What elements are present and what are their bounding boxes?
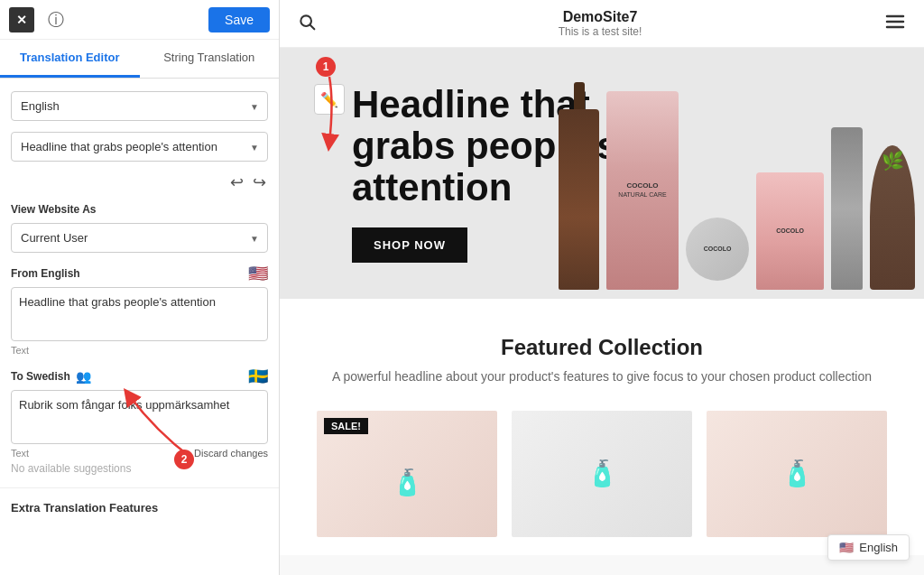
- featured-section: Featured Collection A powerful headline …: [280, 299, 924, 555]
- from-english-label: From English: [11, 267, 80, 280]
- extra-translation-features-section: Extra Translation Features: [0, 487, 279, 531]
- site-tagline: This is a test site!: [316, 25, 884, 38]
- redo-button[interactable]: ↪: [253, 172, 266, 192]
- english-language-badge[interactable]: 🇺🇸 English: [827, 534, 910, 561]
- product-card-2: 🧴: [512, 411, 692, 537]
- view-as-select-wrapper: Current User Admin Guest: [11, 223, 268, 253]
- below-textarea: Text Discard changes: [11, 448, 268, 459]
- product-grid: SALE! 🧴 🧴 🧴: [298, 411, 906, 537]
- tab-string-translation[interactable]: String Translation: [140, 40, 280, 78]
- view-website-as-section: View Website As Current User Admin Guest: [11, 203, 268, 253]
- language-select-wrapper: English Swedish French German Spanish: [11, 91, 268, 121]
- sale-badge-1: SALE!: [324, 418, 368, 434]
- featured-title: Featured Collection: [298, 335, 906, 360]
- discard-changes-link[interactable]: Discard changes: [194, 448, 268, 459]
- shop-now-button[interactable]: SHOP NOW: [352, 227, 467, 263]
- from-english-textarea[interactable]: Headline that grabs people's attention: [11, 287, 268, 341]
- people-icon: 👥: [76, 369, 91, 384]
- right-panel: DemoSite7 This is a test site! 1: [280, 0, 924, 575]
- to-swedish-label: To Swedish: [11, 370, 70, 383]
- close-button[interactable]: ✕: [9, 7, 34, 32]
- product-bottle-4: [831, 127, 863, 290]
- product-card-1: SALE! 🧴: [317, 411, 497, 537]
- english-flag: 🇺🇸: [248, 264, 268, 283]
- hero-products: COCOLONATURAL CARE COCOLO COCOLO 🌿: [569, 48, 924, 299]
- panel-content: English Swedish French German Spanish He…: [0, 79, 279, 487]
- product-card-3: 🧴: [707, 411, 887, 537]
- view-as-label: View Website As: [11, 203, 268, 216]
- save-button[interactable]: Save: [208, 7, 270, 32]
- to-swedish-header: To Swedish 👥 🇸🇪: [11, 366, 268, 386]
- to-swedish-section: To Swedish 👥 🇸🇪 Rubrik som fångar folks …: [11, 366, 268, 475]
- site-header: DemoSite7 This is a test site!: [280, 0, 924, 48]
- language-select[interactable]: English Swedish French German Spanish: [11, 91, 268, 121]
- suggestions-label: No available suggestions: [11, 462, 268, 475]
- top-bar: ✕ ⓘ Save: [0, 0, 279, 40]
- edit-pencil-button[interactable]: ✏️: [314, 84, 345, 115]
- info-button[interactable]: ⓘ: [43, 7, 69, 32]
- english-badge-label: English: [859, 541, 898, 554]
- product-bottle-2: COCOLONATURAL CARE: [606, 91, 679, 290]
- svg-line-1: [310, 24, 315, 29]
- from-field-type: Text: [11, 345, 268, 356]
- string-select-wrapper: Headline that grabs people's attention S…: [11, 132, 268, 162]
- dried-flowers: 🌿: [870, 145, 915, 290]
- to-field-type: Text: [11, 448, 29, 459]
- annotation-badge-1: 1: [316, 57, 336, 77]
- site-title-block: DemoSite7 This is a test site!: [316, 9, 884, 38]
- hero-section: 1 ✏️ Headline that grabs people's attent…: [280, 48, 924, 299]
- search-icon[interactable]: [298, 13, 316, 35]
- site-name: DemoSite7: [316, 9, 884, 25]
- swedish-flag: 🇸🇪: [248, 366, 268, 386]
- from-english-header: From English 🇺🇸: [11, 264, 268, 283]
- featured-subtitle: A powerful headline about your product's…: [298, 369, 906, 384]
- hamburger-icon[interactable]: [884, 11, 906, 37]
- extra-features-label: Extra Translation Features: [11, 501, 268, 515]
- tab-translation-editor[interactable]: Translation Editor: [0, 40, 140, 78]
- english-badge-flag: 🇺🇸: [839, 541, 854, 554]
- tabs: Translation Editor String Translation: [0, 40, 279, 79]
- product-bottle-3: COCOLO: [756, 172, 824, 290]
- undo-button[interactable]: ↩: [230, 172, 244, 192]
- to-swedish-textarea[interactable]: Rubrik som fångar folks uppmärksamhet: [11, 390, 268, 444]
- undo-redo-bar: ↩ ↪: [11, 172, 268, 192]
- from-english-section: From English 🇺🇸 Headline that grabs peop…: [11, 264, 268, 356]
- product-jar-1: COCOLO: [686, 218, 749, 281]
- string-select[interactable]: Headline that grabs people's attention S…: [11, 132, 268, 162]
- left-panel: ✕ ⓘ Save Translation Editor String Trans…: [0, 0, 280, 575]
- view-as-select[interactable]: Current User Admin Guest: [11, 223, 268, 253]
- product-bottle-1: [559, 109, 599, 290]
